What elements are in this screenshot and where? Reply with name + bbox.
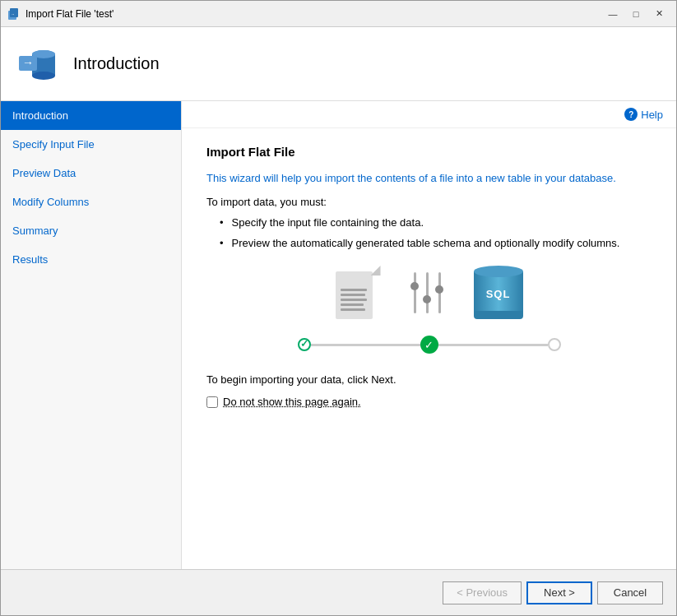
dont-show-checkbox[interactable] (206, 396, 218, 408)
slider-track-1 (414, 272, 416, 313)
title-bar-controls: — □ ✕ (602, 6, 670, 22)
bullet-item-2: Preview the automatically generated tabl… (206, 237, 651, 249)
app-icon: → (7, 7, 21, 21)
help-icon: ? (624, 108, 638, 121)
previous-button[interactable]: < Previous (443, 581, 522, 604)
slider-handle-1 (410, 282, 419, 290)
sql-label: SQL (486, 288, 511, 300)
cancel-button[interactable]: Cancel (597, 581, 663, 604)
svg-text:→: → (22, 56, 34, 69)
checkbox-row: Do not show this page again. (206, 396, 651, 408)
must-text: To import data, you must: (206, 196, 651, 208)
sidebar: Introduction Specify Input File Preview … (1, 101, 182, 569)
file-icon (336, 266, 381, 319)
body: Introduction Specify Input File Preview … (1, 101, 676, 569)
progress-track-2 (438, 344, 548, 346)
diagram-area: SQL (206, 266, 651, 354)
file-body (336, 271, 373, 319)
dont-show-label[interactable]: Do not show this page again. (223, 396, 361, 408)
sidebar-item-results[interactable]: Results (1, 245, 181, 274)
content-top-bar: ? Help (182, 101, 676, 128)
progress-circle-end (548, 338, 561, 351)
header-panel: → Introduction (1, 27, 676, 101)
sidebar-item-specify-input-file[interactable]: Specify Input File (1, 130, 181, 159)
svg-point-5 (32, 72, 55, 80)
minimize-button[interactable]: — (602, 6, 624, 22)
intro-text: This wizard will help you import the con… (206, 172, 651, 184)
file-line-5 (341, 308, 365, 311)
file-fold (371, 266, 381, 276)
sql-cylinder-bottom (474, 311, 523, 319)
sidebar-item-summary[interactable]: Summary (1, 216, 181, 245)
file-lines (341, 289, 367, 311)
progress-check (420, 336, 438, 354)
slider-handle-2 (423, 295, 431, 303)
file-line-4 (341, 303, 364, 306)
help-link[interactable]: ? Help (624, 108, 663, 121)
begin-text: To begin importing your data, click Next… (206, 373, 651, 386)
main-window: → Import Flat File 'test' — □ ✕ → Introd (0, 0, 677, 616)
progress-circle-start (298, 338, 311, 351)
main-content: ? Help Import Flat File This wizard will… (182, 101, 676, 569)
progress-line (298, 336, 561, 354)
sql-cylinder-body: SQL (474, 271, 523, 311)
file-line-3 (341, 299, 367, 301)
next-button[interactable]: Next > (526, 581, 592, 604)
header-title: Introduction (73, 54, 160, 73)
sidebar-item-preview-data[interactable]: Preview Data (1, 159, 181, 188)
help-label: Help (641, 109, 663, 121)
file-line-2 (341, 294, 365, 296)
sql-cylinder: SQL (474, 266, 523, 319)
restore-button[interactable]: □ (625, 6, 647, 22)
bullet-list: Specify the input file containing the da… (206, 216, 651, 249)
file-line-1 (341, 289, 367, 291)
title-bar-text: Import Flat File 'test' (26, 8, 602, 20)
header-icon: → (17, 43, 60, 86)
title-bar: → Import Flat File 'test' — □ ✕ (1, 1, 676, 27)
sliders-icon (414, 270, 441, 315)
content-area: Import Flat File This wizard will help y… (182, 128, 676, 569)
close-button[interactable]: ✕ (648, 6, 670, 22)
slider-track-2 (426, 272, 429, 313)
slider-track-3 (438, 272, 441, 313)
sql-cylinder-top (474, 266, 523, 277)
svg-text:→: → (11, 12, 15, 16)
sidebar-item-modify-columns[interactable]: Modify Columns (1, 188, 181, 216)
diagram-icons: SQL (336, 266, 523, 319)
bullet-item-1: Specify the input file containing the da… (206, 216, 651, 229)
slider-handle-3 (435, 285, 443, 294)
sidebar-item-introduction[interactable]: Introduction (1, 101, 181, 130)
section-title: Import Flat File (206, 145, 651, 159)
progress-track-1 (311, 344, 420, 346)
footer: < Previous Next > Cancel (1, 569, 676, 615)
